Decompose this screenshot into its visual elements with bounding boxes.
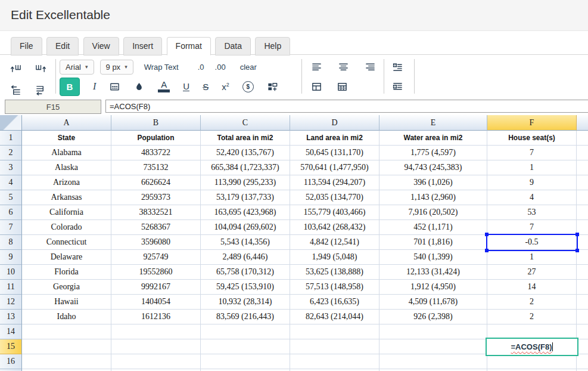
decrease-decimal-button[interactable]: .0 <box>198 63 204 72</box>
align-left-button[interactable] <box>311 60 322 74</box>
tab-view[interactable]: View <box>83 37 119 55</box>
cell-B12[interactable]: 1404054 <box>111 295 201 310</box>
cell-G7[interactable] <box>577 220 588 235</box>
cell-E13[interactable]: 926 (2,398) <box>379 310 487 324</box>
cell-C10[interactable]: 65,758 (170,312) <box>201 265 290 280</box>
cell-F4[interactable]: 9 <box>487 175 577 190</box>
text-color-button[interactable]: A <box>158 79 170 94</box>
cell-A8[interactable]: Connecticut <box>22 235 111 250</box>
borders-button[interactable] <box>109 79 120 94</box>
cell-E4[interactable]: 396 (1,026) <box>379 175 487 190</box>
strikethrough-button[interactable]: S <box>203 79 209 94</box>
cell-B15[interactable] <box>111 339 201 354</box>
tab-edit[interactable]: Edit <box>46 37 79 55</box>
cell-B4[interactable]: 6626624 <box>111 175 201 190</box>
cell-E5[interactable]: 1,143 (2,960) <box>379 190 487 205</box>
cell-D10[interactable]: 53,625 (138,888) <box>290 265 379 280</box>
cell-F13[interactable]: 2 <box>487 310 577 324</box>
font-family-dropdown[interactable]: Arial ▾ <box>60 60 94 75</box>
row-header-12[interactable]: 12 <box>0 295 22 310</box>
cell-G3[interactable] <box>577 160 588 175</box>
table-gridlines-button[interactable] <box>337 79 348 94</box>
tab-data[interactable]: Data <box>215 37 251 55</box>
cell-B16[interactable] <box>111 354 201 369</box>
cell-A10[interactable]: Florida <box>22 265 111 280</box>
cell-F11[interactable]: 14 <box>487 280 577 295</box>
wrap-text-button[interactable]: Wrap Text <box>144 63 179 72</box>
cell-A6[interactable]: California <box>22 205 111 220</box>
add-indent-bottom-button[interactable] <box>392 79 403 94</box>
cell-G11[interactable] <box>577 280 588 295</box>
increase-decimal-button[interactable]: .00 <box>215 63 226 72</box>
cell-A13[interactable]: Idaho <box>22 310 111 324</box>
cell-E2[interactable]: 1,775 (4,597) <box>379 146 487 160</box>
cell-B11[interactable]: 9992167 <box>111 280 201 295</box>
cell-C9[interactable]: 2,489 (6,446) <box>201 250 290 265</box>
row-header-15[interactable]: 15 <box>0 339 22 354</box>
cell-D11[interactable]: 57,513 (148,958) <box>290 280 379 295</box>
cell-E1[interactable]: Water area in mi2 <box>379 131 487 146</box>
insert-column-right-button[interactable] <box>34 61 47 76</box>
cell-F12[interactable]: 2 <box>487 295 577 310</box>
insert-row-below-button[interactable] <box>34 83 47 97</box>
row-header-14[interactable]: 14 <box>0 324 22 339</box>
column-header-C[interactable]: C <box>201 115 290 131</box>
tab-format[interactable]: Format <box>167 37 211 55</box>
cell-G9[interactable] <box>577 250 588 265</box>
cell-D16[interactable] <box>290 354 379 369</box>
cell-G10[interactable] <box>577 265 588 280</box>
cell-E8[interactable]: 701 (1,816) <box>379 235 487 250</box>
cell-D8[interactable]: 4,842 (12,541) <box>290 235 379 250</box>
cell-E9[interactable]: 540 (1,399) <box>379 250 487 265</box>
cell-B10[interactable]: 19552860 <box>111 265 201 280</box>
row-header-16[interactable]: 16 <box>0 354 22 369</box>
align-center-button[interactable] <box>338 60 349 74</box>
cell-A3[interactable]: Alaska <box>22 160 111 175</box>
cell-D9[interactable]: 1,949 (5,048) <box>290 250 379 265</box>
row-header-4[interactable]: 4 <box>0 175 22 190</box>
cell-F8[interactable]: -0.5 <box>487 235 577 250</box>
cell-F16[interactable] <box>487 354 577 369</box>
row-header-2[interactable]: 2 <box>0 146 22 160</box>
cell-C11[interactable]: 59,425 (153,910) <box>201 280 290 295</box>
cell-F7[interactable]: 7 <box>487 220 577 235</box>
row-header-9[interactable]: 9 <box>0 250 22 265</box>
cell-E15[interactable] <box>379 339 487 354</box>
cell-D6[interactable]: 155,779 (403,466) <box>290 205 379 220</box>
cell-D3[interactable]: 570,641 (1,477,950) <box>290 160 379 175</box>
cell-F10[interactable]: 27 <box>487 265 577 280</box>
cell-F6[interactable]: 53 <box>487 205 577 220</box>
row-header-8[interactable]: 8 <box>0 235 22 250</box>
cell-F1[interactable]: House seat(s) <box>487 131 577 146</box>
bold-button[interactable]: B <box>60 78 80 96</box>
cell-A5[interactable]: Arkansas <box>22 190 111 205</box>
cell-G12[interactable] <box>577 295 588 310</box>
tab-insert[interactable]: Insert <box>123 37 162 55</box>
cell-G4[interactable] <box>577 175 588 190</box>
column-header-F[interactable]: F <box>487 115 577 131</box>
table-split-button[interactable] <box>311 79 322 94</box>
cell-D7[interactable]: 103,642 (268,432) <box>290 220 379 235</box>
cell-B13[interactable]: 1612136 <box>111 310 201 324</box>
row-header-10[interactable]: 10 <box>0 265 22 280</box>
cell-E12[interactable]: 4,509 (11,678) <box>379 295 487 310</box>
column-header-partial[interactable] <box>577 115 588 131</box>
cell-editor-F15[interactable]: =ACOS(F8) <box>486 338 578 356</box>
cell-G2[interactable] <box>577 146 588 160</box>
cell-B2[interactable]: 4833722 <box>111 146 201 160</box>
cell-G1[interactable] <box>577 131 588 146</box>
cell-G8[interactable] <box>577 235 588 250</box>
cell-G5[interactable] <box>577 190 588 205</box>
row-header-3[interactable]: 3 <box>0 160 22 175</box>
cell-B5[interactable]: 2959373 <box>111 190 201 205</box>
cell-C5[interactable]: 53,179 (137,733) <box>201 190 290 205</box>
cell-E6[interactable]: 7,916 (20,502) <box>379 205 487 220</box>
column-header-A[interactable]: A <box>22 115 111 131</box>
cell-B9[interactable]: 925749 <box>111 250 201 265</box>
row-header-13[interactable]: 13 <box>0 310 22 324</box>
cell-D5[interactable]: 52,035 (134,770) <box>290 190 379 205</box>
cell-C6[interactable]: 163,695 (423,968) <box>201 205 290 220</box>
insert-row-above-button[interactable] <box>9 83 22 97</box>
cell-C14[interactable] <box>201 324 290 339</box>
cell-G6[interactable] <box>577 205 588 220</box>
